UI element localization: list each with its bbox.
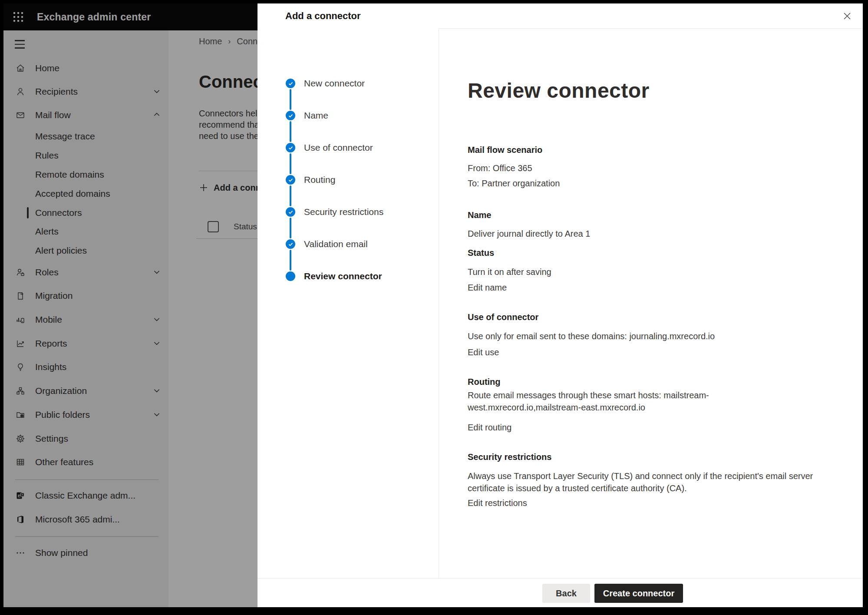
close-button[interactable] [838, 7, 856, 25]
create-connector-button[interactable]: Create connector [594, 584, 683, 603]
step-connector-line [290, 185, 291, 206]
step-complete-icon [286, 175, 295, 185]
step-connector-line [290, 89, 291, 110]
step-use-of-connector[interactable]: Use of connector [304, 142, 373, 154]
status-value: Turn it on after saving [468, 266, 551, 278]
security-restrictions-label: Security restrictions [468, 451, 551, 463]
status-label: Status [468, 247, 494, 259]
step-complete-icon [286, 143, 295, 152]
wizard-stepper: New connector Name Use of connector Rout… [257, 28, 439, 578]
mail-flow-scenario-label: Mail flow scenario [468, 144, 542, 156]
modal-footer: Back Create connector [257, 578, 863, 607]
name-value: Deliver journal directly to Area 1 [468, 228, 590, 240]
review-heading: Review connector [468, 77, 650, 104]
step-complete-icon [286, 239, 295, 249]
step-security-restrictions[interactable]: Security restrictions [304, 206, 383, 218]
step-complete-icon [286, 111, 295, 120]
edit-name-link[interactable]: Edit name [468, 281, 507, 294]
close-icon [842, 11, 852, 21]
routing-label: Routing [468, 376, 501, 388]
step-current-icon [286, 271, 295, 281]
step-complete-icon [286, 207, 295, 217]
step-review-connector[interactable]: Review connector [304, 270, 382, 282]
step-connector-line [290, 250, 291, 271]
app-window: Exchange admin center Home Recipients Ma… [3, 3, 863, 607]
step-complete-icon [286, 79, 295, 88]
edit-restrictions-link[interactable]: Edit restrictions [468, 497, 527, 509]
use-of-connector-label: Use of connector [468, 311, 538, 323]
step-connector-line [290, 121, 291, 142]
step-new-connector[interactable]: New connector [304, 77, 365, 89]
step-connector-line [290, 218, 291, 238]
step-routing[interactable]: Routing [304, 174, 335, 186]
step-connector-line [290, 153, 291, 174]
mail-flow-from: From: Office 365 [468, 162, 532, 174]
use-of-connector-value: Use only for email sent to these domains… [468, 330, 715, 342]
screenshot-frame: Exchange admin center Home Recipients Ma… [0, 0, 868, 615]
back-button[interactable]: Back [542, 584, 590, 603]
modal-title: Add a connector [285, 3, 361, 28]
step-validation-email[interactable]: Validation email [304, 238, 368, 250]
edit-routing-link[interactable]: Edit routing [468, 421, 512, 433]
edit-use-link[interactable]: Edit use [468, 346, 499, 358]
security-restrictions-value: Always use Transport Layer Security (TLS… [468, 470, 835, 494]
step-name[interactable]: Name [304, 109, 328, 122]
name-label: Name [468, 209, 491, 221]
add-connector-modal: Add a connector New connector Name Use o… [257, 3, 863, 607]
modal-header: Add a connector [257, 3, 863, 29]
mail-flow-to: To: Partner organization [468, 177, 560, 189]
routing-value: Route email messages through these smart… [468, 389, 822, 413]
